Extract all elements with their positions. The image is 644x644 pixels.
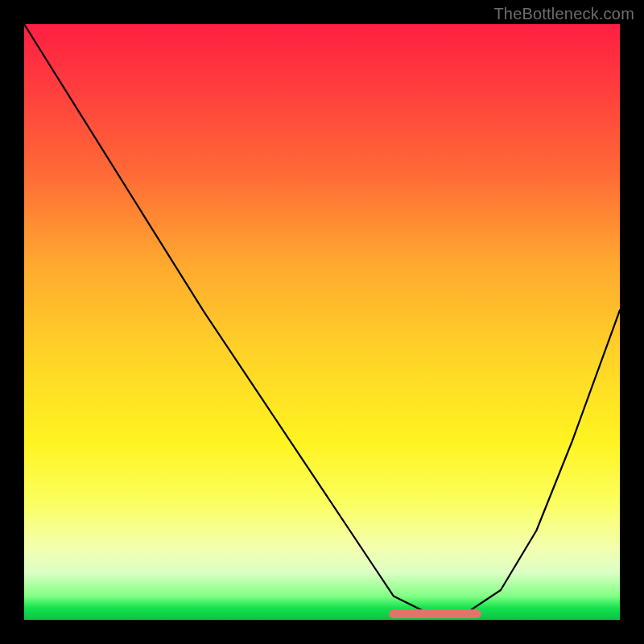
bottleneck-curve-path: [24, 24, 620, 614]
watermark-text: TheBottleneck.com: [493, 5, 634, 23]
bottleneck-curve-svg: [24, 24, 620, 620]
plot-area: [24, 24, 620, 620]
chart-frame: TheBottleneck.com: [0, 0, 644, 644]
